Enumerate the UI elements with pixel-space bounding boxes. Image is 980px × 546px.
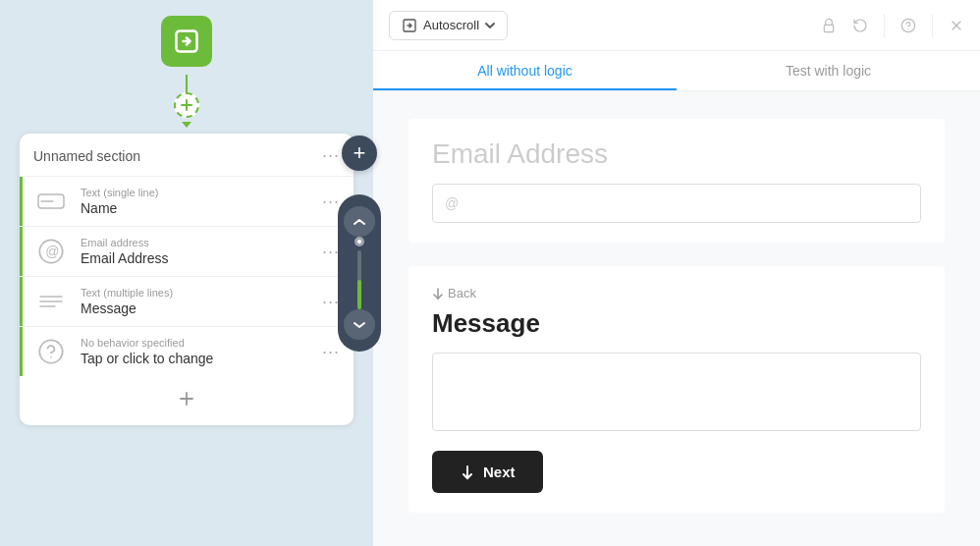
back-link[interactable]: Back (432, 286, 921, 300)
svg-point-16 (901, 19, 914, 31)
field-type-email: Email address (81, 237, 322, 248)
topbar-icons (821, 14, 964, 37)
message-field-label: Message (432, 308, 921, 339)
text-multi-icon (33, 288, 69, 315)
svg-text:@: @ (45, 244, 59, 259)
at-icon: @ (445, 195, 459, 211)
help-icon[interactable] (900, 18, 916, 33)
svg-rect-15 (824, 25, 833, 31)
add-field-button[interactable] (172, 384, 201, 413)
scroll-indicator (354, 237, 364, 309)
field-name-unknown: Tap or click to change (81, 351, 322, 366)
next-label: Next (483, 464, 516, 480)
tab-all-without-logic[interactable]: All without logic (373, 51, 677, 90)
message-form-section: Back Message Next (408, 266, 945, 513)
text-single-icon (33, 188, 69, 215)
email-icon: @ (33, 238, 69, 265)
back-label: Back (448, 286, 476, 300)
section-title: Unnamed section (33, 148, 140, 164)
scroll-dot (354, 237, 364, 246)
svg-point-10 (39, 340, 62, 362)
close-icon[interactable] (949, 18, 964, 33)
chevron-down-icon (485, 23, 495, 28)
tabs: All without logic Test with logic (373, 51, 980, 91)
field-info-message: Text (multiple lines) Message (81, 287, 322, 316)
back-arrow-icon (432, 288, 444, 300)
field-name-name: Name (81, 200, 322, 216)
email-input[interactable]: @ (432, 184, 921, 223)
connector-line (186, 75, 188, 92)
scroll-track (357, 250, 361, 309)
scroll-handle (338, 194, 381, 352)
autoscroll-icon (402, 18, 417, 33)
next-arrow-icon (460, 464, 475, 480)
autoscroll-label: Autoscroll (423, 18, 479, 32)
right-panel: Autoscroll (373, 0, 980, 546)
field-row-message[interactable]: Text (multiple lines) Message ··· (20, 276, 354, 326)
field-info-name: Text (single line) Name (81, 187, 322, 216)
topbar-divider (884, 14, 885, 37)
email-field-label: Email Address (432, 138, 921, 170)
field-type-name: Text (single line) (81, 187, 322, 198)
lock-icon[interactable] (821, 18, 837, 33)
topbar-divider2 (932, 14, 933, 37)
scroll-up-button[interactable] (344, 206, 375, 237)
unknown-icon (33, 338, 69, 365)
field-name-message: Message (81, 300, 322, 316)
next-button[interactable]: Next (432, 451, 543, 493)
field-name-email: Email Address (81, 250, 322, 266)
email-form-section: Email Address @ (408, 119, 945, 243)
tab-test-with-logic[interactable]: Test with logic (677, 51, 980, 90)
undo-icon[interactable] (852, 18, 868, 33)
field-info-unknown: No behavior specified Tap or click to ch… (81, 337, 322, 366)
field-row-email[interactable]: @ Email address Email Address ··· (20, 226, 354, 276)
scroll-thumb (357, 280, 361, 309)
field-row-name[interactable]: Text (single line) Name ··· (20, 176, 354, 226)
field-info-email: Email address Email Address (81, 237, 322, 266)
left-panel: Unnamed section ··· Text (single line) N… (0, 0, 373, 546)
preview-area: Email Address @ Back Message Nex (373, 91, 980, 546)
scroll-down-button[interactable] (344, 309, 375, 340)
right-topbar: Autoscroll (373, 0, 980, 51)
entry-icon (161, 16, 212, 67)
section-menu-icon[interactable]: ··· (322, 145, 340, 166)
section-header: Unnamed section ··· (20, 134, 354, 176)
field-type-message: Text (multiple lines) (81, 287, 322, 299)
add-panel-button[interactable]: + (342, 136, 377, 171)
autoscroll-button[interactable]: Autoscroll (389, 11, 508, 40)
message-textarea[interactable] (432, 353, 921, 431)
field-row-unknown[interactable]: No behavior specified Tap or click to ch… (20, 326, 354, 376)
field-type-unknown: No behavior specified (81, 337, 322, 349)
section-card: Unnamed section ··· Text (single line) N… (20, 134, 354, 425)
add-node-button[interactable] (174, 92, 199, 118)
